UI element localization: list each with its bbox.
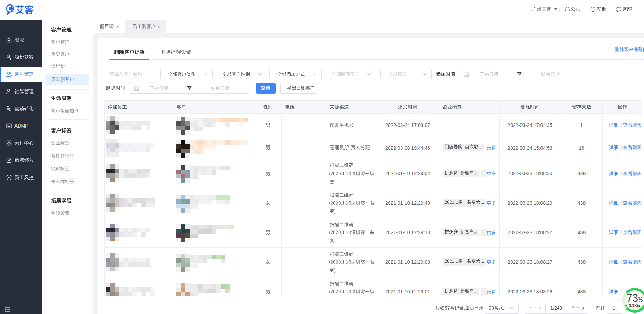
svg-text:3.3K/s: 3.3K/s — [629, 303, 641, 307]
svg-text:%: % — [638, 297, 643, 303]
svg-text:73: 73 — [626, 292, 638, 304]
